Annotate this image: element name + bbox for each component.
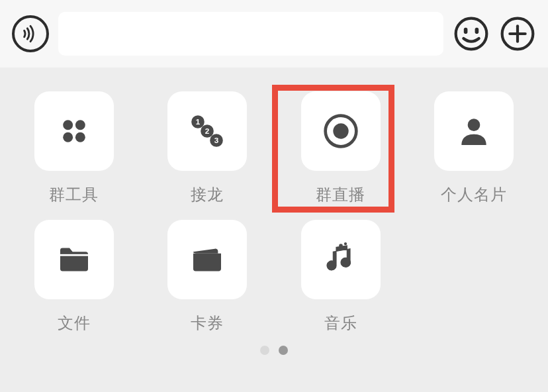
input-topbar bbox=[0, 0, 548, 68]
tool-tile bbox=[434, 91, 514, 171]
wallet-icon bbox=[189, 241, 226, 278]
svg-rect-17 bbox=[60, 254, 88, 256]
tool-label: 卡券 bbox=[191, 313, 224, 334]
tool-chain[interactable]: 1 2 3 接龙 bbox=[159, 91, 257, 205]
tool-empty bbox=[426, 220, 524, 334]
svg-point-5 bbox=[75, 120, 85, 130]
tool-label: 文件 bbox=[58, 313, 91, 334]
tool-label: 群直播 bbox=[316, 184, 365, 205]
voice-toggle-button[interactable] bbox=[12, 15, 49, 52]
tool-label: 个人名片 bbox=[441, 184, 507, 205]
chain-123-icon: 1 2 3 bbox=[189, 113, 226, 150]
smile-icon bbox=[453, 15, 490, 52]
tool-tile: 1 2 3 bbox=[167, 91, 247, 171]
page-dot-0[interactable] bbox=[260, 346, 269, 355]
svg-point-7 bbox=[75, 132, 85, 142]
person-icon bbox=[455, 113, 492, 150]
svg-rect-2 bbox=[475, 28, 479, 34]
pagination-dots bbox=[25, 346, 523, 355]
page-dot-1[interactable] bbox=[279, 346, 288, 355]
svg-text:3: 3 bbox=[214, 136, 219, 144]
message-input[interactable] bbox=[58, 12, 443, 56]
tool-group-tools[interactable]: 群工具 bbox=[25, 91, 123, 205]
tool-grid: 群工具 1 2 3 接龙 bbox=[25, 91, 523, 334]
tool-label: 群工具 bbox=[49, 184, 99, 205]
plus-button[interactable] bbox=[499, 15, 536, 52]
tool-tile bbox=[301, 91, 381, 171]
svg-point-20 bbox=[339, 244, 343, 248]
tool-tile bbox=[167, 220, 247, 299]
svg-point-4 bbox=[63, 120, 73, 130]
svg-rect-1 bbox=[464, 28, 468, 34]
grid-dots-icon bbox=[56, 113, 93, 150]
tool-group-live[interactable]: 群直播 bbox=[292, 91, 390, 205]
tool-tile bbox=[34, 91, 114, 171]
tool-label: 接龙 bbox=[191, 184, 224, 205]
svg-point-19 bbox=[342, 258, 351, 268]
music-icon bbox=[322, 241, 359, 278]
svg-text:1: 1 bbox=[196, 117, 201, 126]
svg-point-15 bbox=[333, 123, 348, 138]
svg-point-16 bbox=[468, 119, 480, 131]
tool-music[interactable]: 音乐 bbox=[292, 220, 390, 334]
voice-waves-icon bbox=[21, 24, 40, 43]
svg-point-18 bbox=[327, 261, 336, 270]
svg-point-0 bbox=[456, 19, 487, 50]
record-circle-icon bbox=[322, 113, 359, 150]
folder-icon bbox=[56, 241, 93, 278]
tool-file[interactable]: 文件 bbox=[25, 220, 123, 334]
attachment-panel: 群工具 1 2 3 接龙 bbox=[0, 68, 548, 355]
emoji-button[interactable] bbox=[453, 15, 490, 52]
plus-circle-icon bbox=[499, 15, 536, 52]
svg-point-21 bbox=[344, 242, 347, 245]
tool-label: 音乐 bbox=[324, 313, 357, 334]
tool-tile bbox=[34, 220, 114, 299]
svg-point-6 bbox=[63, 132, 73, 142]
tool-coupon[interactable]: 卡券 bbox=[159, 220, 257, 334]
tool-tile bbox=[301, 220, 381, 299]
svg-text:2: 2 bbox=[205, 126, 210, 135]
tool-contact-card[interactable]: 个人名片 bbox=[426, 91, 524, 205]
